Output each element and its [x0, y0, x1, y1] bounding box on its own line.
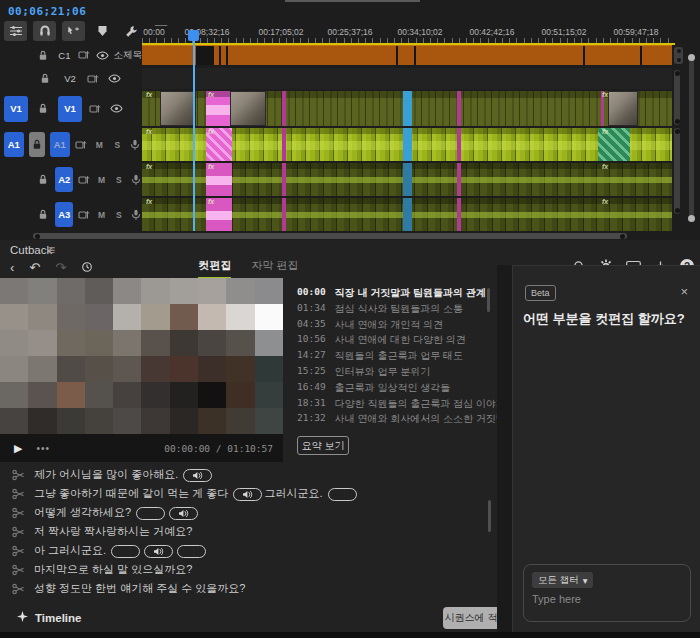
eye-icon[interactable]: [96, 51, 109, 60]
clip-segment[interactable]: [282, 198, 286, 231]
mic-icon[interactable]: [130, 174, 142, 186]
scissors-icon[interactable]: [12, 526, 25, 538]
audio-pill[interactable]: [169, 507, 198, 520]
hamburger-menu-icon[interactable]: ≡: [48, 243, 55, 257]
lock-icon[interactable]: [33, 102, 53, 116]
mic-icon[interactable]: [129, 139, 142, 151]
clip-segment[interactable]: [403, 163, 412, 196]
playhead-timecode[interactable]: 00;06;21;06: [8, 5, 86, 18]
lock-icon[interactable]: [35, 48, 51, 62]
clip-segment[interactable]: [457, 128, 461, 161]
track-label-a3[interactable]: A3: [55, 202, 73, 227]
chat-text-input[interactable]: [532, 593, 682, 605]
play-button[interactable]: ▶: [14, 442, 22, 455]
mute-button[interactable]: M: [96, 175, 108, 185]
transcript-row[interactable]: 마지막으로 하실 말 있으실까요?: [12, 562, 192, 577]
transcript-row[interactable]: 저 짝사랑 짝사랑하시는 거예요?: [12, 524, 192, 539]
source-patch-a1[interactable]: A1: [4, 132, 24, 157]
track-lane-v2[interactable]: [142, 68, 672, 89]
lock-icon[interactable]: [29, 132, 45, 157]
track-label-v1[interactable]: V1: [58, 96, 82, 122]
mic-icon[interactable]: [130, 209, 142, 221]
scissors-icon[interactable]: [12, 488, 25, 500]
redacted-pill[interactable]: [111, 545, 140, 558]
scrollbar-top-dot[interactable]: [688, 54, 695, 61]
transcript-row[interactable]: 성향 정도만 한번 얘기해 주실 수 있을까요?: [12, 581, 245, 596]
clip-segment[interactable]: [457, 91, 461, 126]
lock-icon[interactable]: [35, 208, 50, 222]
scissors-icon[interactable]: [12, 507, 25, 519]
chat-input-box[interactable]: 모든 챕터 ▾: [523, 564, 691, 622]
video-tracks-scrollbar[interactable]: [674, 70, 680, 125]
scissors-icon[interactable]: [12, 469, 25, 481]
snap-icon[interactable]: [33, 21, 56, 41]
chapter-scrollbar[interactable]: [487, 288, 490, 312]
audio-pill[interactable]: [144, 545, 173, 558]
linked-selection-icon[interactable]: [62, 21, 85, 41]
clip-segment[interactable]: [282, 163, 286, 196]
sync-lock-icon[interactable]: [78, 175, 90, 185]
chapter-item[interactable]: 18:31다양한 직원들의 출근룩과 점심 이야기: [297, 397, 506, 411]
chapter-item[interactable]: 10:56사내 연애에 대한 다양한 의견: [297, 333, 466, 347]
clip-segment[interactable]: [403, 91, 412, 126]
mute-button[interactable]: M: [93, 140, 106, 150]
clip-segment[interactable]: [457, 163, 461, 196]
clip-segment[interactable]: [282, 128, 286, 161]
clip-segment[interactable]: [414, 46, 416, 65]
sync-lock-icon[interactable]: [75, 140, 88, 150]
chapter-item[interactable]: 01:34점심 식사와 팀원들과의 소통: [297, 302, 463, 316]
clip-segment[interactable]: [583, 46, 585, 65]
mute-button[interactable]: M: [96, 210, 108, 220]
clip-segment[interactable]: [396, 46, 398, 65]
tab-subtitle-edit[interactable]: 자막 편집: [251, 258, 298, 279]
timeline-vertical-scrollbar[interactable]: [689, 57, 694, 218]
track-lane-v1[interactable]: fxfxfx: [142, 91, 672, 126]
transcript-row[interactable]: 제가 어시님을 많이 좋아해요.: [12, 467, 214, 482]
clip-segment[interactable]: [608, 91, 638, 126]
audio-pill[interactable]: [183, 469, 212, 482]
track-label-a2[interactable]: A2: [55, 167, 73, 192]
track-label-v2[interactable]: V2: [60, 73, 80, 84]
chapter-item[interactable]: 15:25인터뷰와 업무 분위기: [297, 365, 430, 379]
chapter-item[interactable]: 00:00직장 내 거짓말과 팀원들과의 관계: [297, 286, 486, 300]
panel-drag-handle[interactable]: [285, 0, 420, 2]
clip-segment[interactable]: [196, 46, 214, 65]
source-patch-v1[interactable]: V1: [4, 96, 28, 122]
wrench-icon[interactable]: [120, 21, 143, 41]
video-preview[interactable]: [0, 278, 283, 434]
timeline-horizontal-scrollbar[interactable]: [33, 233, 627, 239]
clip-segment[interactable]: [403, 128, 412, 161]
playhead-handle[interactable]: [188, 30, 199, 41]
eye-icon[interactable]: [106, 74, 122, 83]
transcript-row[interactable]: 어떻게 생각하세요?: [12, 505, 200, 520]
chapter-item[interactable]: 21:32사내 연애와 회사에서의 소소한 거짓말: [297, 412, 506, 426]
solo-button[interactable]: S: [113, 175, 125, 185]
track-label-a1[interactable]: A1: [50, 132, 70, 157]
tab-cut-edit[interactable]: 컷편집: [198, 258, 231, 279]
summary-button[interactable]: 요약 보기: [297, 436, 349, 455]
sync-lock-icon[interactable]: [78, 210, 90, 220]
chapter-item[interactable]: 04:35사내 연애와 개인적 의견: [297, 318, 443, 332]
chapter-item[interactable]: 16:49출근룩과 일상적인 생각들: [297, 381, 450, 395]
track-lane-c1[interactable]: [142, 45, 672, 65]
scissors-icon[interactable]: [12, 545, 25, 557]
clip-segment[interactable]: [230, 91, 266, 126]
solo-button[interactable]: S: [111, 140, 124, 150]
redacted-pill[interactable]: [177, 545, 206, 558]
sync-lock-icon[interactable]: [78, 50, 91, 60]
sync-lock-icon[interactable]: [87, 104, 103, 114]
sync-lock-icon[interactable]: [85, 74, 101, 84]
scissors-icon[interactable]: [12, 583, 25, 595]
redacted-pill[interactable]: [328, 488, 357, 501]
chapter-filter-dropdown[interactable]: 모든 챕터 ▾: [532, 572, 593, 588]
track-lane-a3[interactable]: fxfxfx: [142, 198, 672, 231]
solo-button[interactable]: S: [113, 210, 125, 220]
track-lane-a1[interactable]: fxfxfx: [142, 128, 672, 161]
marker-icon[interactable]: [91, 21, 114, 41]
playhead-line[interactable]: [193, 30, 195, 231]
transcript-scrollbar[interactable]: [488, 500, 491, 532]
clip-segment[interactable]: [226, 46, 228, 65]
clip-segment[interactable]: [282, 91, 286, 126]
clip-segment[interactable]: [219, 46, 221, 65]
clip-segment[interactable]: [457, 198, 461, 231]
